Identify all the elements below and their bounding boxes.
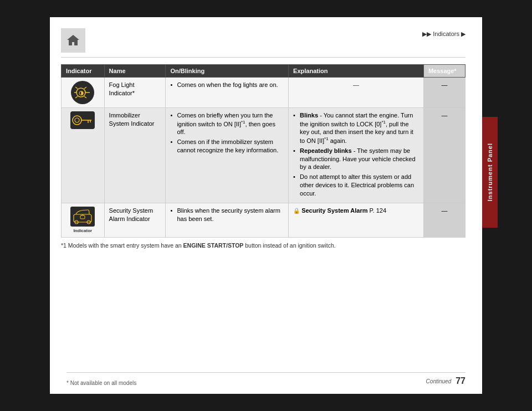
- sidebar-tab-label: Instrument Panel: [487, 143, 493, 201]
- col-header-message: Message*: [423, 65, 465, 78]
- security-message: —: [423, 203, 465, 237]
- footer-note: * Not available on all models: [66, 380, 136, 386]
- security-svg: [73, 209, 93, 224]
- col-header-explanation: Explanation: [289, 65, 424, 78]
- fog-light-svg: ◑: [74, 84, 91, 101]
- svg-text:◑: ◑: [79, 90, 84, 96]
- lock-icon: 🔒: [293, 208, 300, 214]
- footnote: *1 Models with the smart entry system ha…: [61, 242, 466, 249]
- footer-page-number: 77: [456, 376, 466, 386]
- fog-light-message: —: [423, 78, 465, 108]
- footer-right: Continued 77: [426, 376, 466, 386]
- page-footer: * Not available on all models Continued …: [66, 372, 466, 386]
- immobilizer-icon-cell: [62, 108, 105, 203]
- fog-light-icon-cell: ◑: [62, 78, 105, 108]
- home-icon: [65, 33, 81, 48]
- security-explanation: 🔒 Security System Alarm P. 124: [289, 203, 424, 237]
- sidebar-tab: Instrument Panel: [482, 117, 498, 228]
- fog-light-name: Fog LightIndicator*: [104, 78, 166, 108]
- table-row: Indicator Security SystemAlarm Indicator…: [62, 203, 466, 237]
- breadcrumb-text: ▶▶ Indicators ▶: [422, 30, 466, 38]
- col-header-indicator: Indicator: [62, 65, 105, 78]
- immobilizer-name: ImmobilizerSystem Indicator: [104, 108, 166, 203]
- immobilizer-svg: [71, 113, 94, 127]
- svg-line-5: [75, 96, 78, 98]
- svg-line-4: [84, 87, 86, 89]
- page-content: Instrument Panel ▶▶ Indicators ▶ Indicat…: [50, 17, 482, 394]
- immobilizer-icon: [70, 111, 95, 129]
- page-header: ▶▶ Indicators ▶: [61, 28, 466, 53]
- security-icon-container: Indicator: [66, 207, 100, 234]
- header-divider: [61, 57, 466, 58]
- footer-continued: Continued: [426, 378, 452, 384]
- svg-rect-16: [80, 215, 85, 219]
- security-blinking: Blinks when the security system alarm ha…: [166, 203, 289, 237]
- fog-light-blinking: Comes on when the fog lights are on.: [166, 78, 289, 108]
- security-alarm-link: 🔒 Security System Alarm P. 124: [293, 207, 386, 214]
- security-icon: [70, 207, 95, 227]
- col-header-name: Name: [104, 65, 166, 78]
- fog-light-icon: ◑: [71, 81, 94, 104]
- table-row: ImmobilizerSystem Indicator Comes on bri…: [62, 108, 466, 203]
- immobilizer-explanation: Blinks - You cannot start the engine. Tu…: [289, 108, 424, 203]
- col-header-onblinking: On/Blinking: [166, 65, 289, 78]
- svg-line-3: [75, 87, 78, 89]
- svg-line-6: [84, 96, 86, 98]
- breadcrumb: ▶▶ Indicators ▶: [96, 28, 466, 38]
- security-icon-label: Indicator: [73, 228, 92, 234]
- immobilizer-message: —: [423, 108, 465, 203]
- table-row: ◑ Fog LightIndicator* Comes on when the …: [62, 78, 466, 108]
- fog-light-explanation: —: [289, 78, 424, 108]
- immobilizer-blinking: Comes on briefly when you turn the ignit…: [166, 108, 289, 203]
- svg-point-8: [73, 116, 81, 125]
- indicator-table: Indicator Name On/Blinking Explanation M…: [61, 64, 466, 238]
- home-icon-box: [61, 28, 85, 53]
- footnote-text: *1 Models with the smart entry system ha…: [61, 242, 336, 249]
- svg-point-9: [75, 118, 79, 122]
- security-icon-cell: Indicator: [62, 203, 105, 237]
- security-name: Security SystemAlarm Indicator: [104, 203, 166, 237]
